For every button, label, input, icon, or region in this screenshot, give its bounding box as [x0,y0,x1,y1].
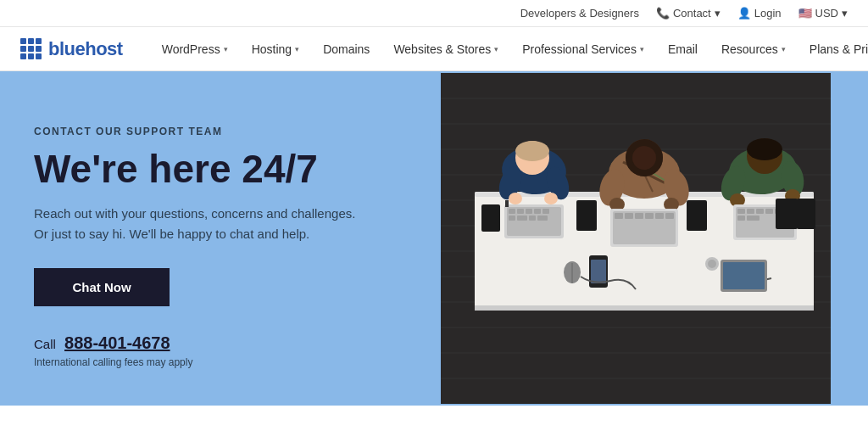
nav-label-email: Email [668,42,698,56]
nav-items: WordPress ▾ Hosting ▾ Domains Websites &… [150,27,868,71]
svg-rect-82 [723,262,765,289]
chat-now-button[interactable]: Chat Now [34,268,170,306]
svg-rect-47 [615,213,623,219]
svg-rect-76 [797,199,815,229]
svg-rect-32 [529,216,536,221]
svg-rect-48 [625,213,633,219]
svg-rect-64 [737,209,745,214]
professional-chevron-icon: ▾ [640,45,644,53]
nav-item-plans-pricing[interactable]: Plans & Pricing [798,27,868,71]
contact-chevron-icon: ▾ [715,7,721,20]
svg-rect-15 [475,305,814,311]
svg-rect-49 [635,213,643,219]
nav-label-resources: Resources [721,42,778,56]
svg-point-80 [708,260,716,268]
logo-grid-icon [20,38,42,59]
svg-rect-75 [776,199,798,229]
logo[interactable]: bluehost [20,38,123,60]
nav-item-wordpress[interactable]: WordPress ▾ [150,27,240,71]
wordpress-chevron-icon: ▾ [224,45,228,53]
phone-label: Call 888-401-4678 [34,333,407,353]
svg-rect-50 [645,213,654,219]
contact-label: Contact [673,7,711,20]
svg-rect-29 [542,209,549,214]
nav-item-hosting[interactable]: Hosting ▾ [240,27,311,71]
nav-item-domains[interactable]: Domains [311,27,381,71]
hosting-chevron-icon: ▾ [295,45,299,53]
phone-section: Call 888-401-4678 International calling … [34,333,407,368]
svg-point-57 [747,138,782,160]
phone-icon: 📞 [656,7,670,20]
main-nav: bluehost WordPress ▾ Hosting ▾ Domains W… [0,27,868,71]
svg-point-40 [632,146,656,170]
svg-rect-54 [591,260,606,283]
svg-point-21 [509,193,522,204]
svg-rect-51 [655,213,664,219]
contact-link[interactable]: 📞 Contact ▾ [656,7,721,20]
svg-rect-69 [737,216,745,221]
office-illustration [441,71,831,406]
currency-chevron-icon: ▾ [842,7,848,20]
svg-rect-67 [765,209,773,214]
nav-item-websites-stores[interactable]: Websites & Stores ▾ [381,27,510,71]
svg-point-22 [544,193,558,204]
phone-note: International calling fees may apply [34,356,407,368]
svg-rect-70 [747,216,760,221]
dev-designers-label: Developers & Designers [520,7,639,20]
hero-subtitle: CONTACT OUR SUPPORT TEAM [34,126,407,137]
nav-label-domains: Domains [323,42,370,56]
nav-item-email[interactable]: Email [656,27,709,71]
hero-image [441,71,831,406]
nav-item-professional-services[interactable]: Professional Services ▾ [510,27,656,71]
svg-point-18 [515,141,549,161]
svg-rect-31 [517,216,527,221]
hero-title: We're here 24/7 [34,148,407,191]
resources-chevron-icon: ▾ [782,45,786,53]
svg-rect-27 [526,209,532,214]
currency-selector[interactable]: 🇺🇸 USD ▾ [798,7,848,20]
nav-label-hosting: Hosting [252,42,292,56]
top-bar: Developers & Designers 📞 Contact ▾ 👤 Log… [0,0,868,27]
svg-rect-28 [534,209,541,214]
phone-number[interactable]: 888-401-4678 [64,333,170,352]
svg-rect-26 [517,209,524,214]
user-icon: 👤 [737,7,751,20]
nav-label-websites-stores: Websites & Stores [393,42,491,56]
hero-content: CONTACT OUR SUPPORT TEAM We're here 24/7… [0,71,441,406]
nav-label-plans-pricing: Plans & Pricing [810,42,868,56]
nav-item-resources[interactable]: Resources ▾ [709,27,798,71]
svg-rect-73 [576,200,597,231]
currency-label: USD [815,7,838,20]
logo-text: bluehost [48,38,123,60]
hero-section: CONTACT OUR SUPPORT TEAM We're here 24/7… [0,71,868,406]
svg-rect-25 [509,209,515,214]
svg-rect-65 [747,209,754,214]
hero-description: Reach out with your questions, concerns … [34,204,356,244]
login-link[interactable]: 👤 Login [737,7,782,20]
svg-rect-33 [537,216,548,221]
nav-label-professional-services: Professional Services [522,42,637,56]
svg-rect-66 [756,209,764,214]
websites-chevron-icon: ▾ [494,45,498,53]
svg-rect-30 [509,216,515,221]
svg-rect-52 [665,213,674,219]
svg-rect-74 [687,200,707,231]
svg-rect-72 [505,200,509,207]
nav-label-wordpress: WordPress [162,42,220,56]
flag-icon: 🇺🇸 [798,7,812,20]
login-label: Login [754,7,782,20]
svg-rect-71 [481,204,500,232]
dev-designers-link[interactable]: Developers & Designers [520,7,639,20]
